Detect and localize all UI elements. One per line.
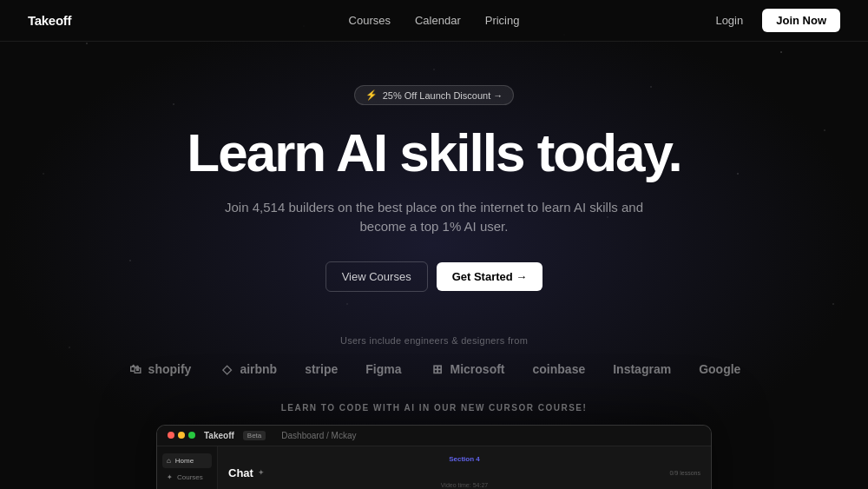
instagram-label: Instagram [613, 362, 671, 376]
logos-row: 🛍 shopify ◇ airbnb stripe Figma ⊞ Micros… [0, 361, 868, 377]
lesson-count: 0/9 lessons [670, 470, 700, 476]
minimize-button-traffic [178, 432, 185, 439]
airbnb-icon: ◇ [219, 361, 234, 377]
join-now-button[interactable]: Join Now [762, 9, 840, 32]
nav-actions: Login Join Now [707, 9, 840, 32]
coinbase-label: coinbase [533, 362, 586, 376]
logo-microsoft: ⊞ Microsoft [430, 361, 505, 377]
logos-label: Users include engineers & designers from [0, 335, 868, 346]
discount-badge[interactable]: ⚡ 25% Off Launch Discount → [354, 85, 515, 105]
hero-ctas: View Courses Get Started → [326, 261, 543, 292]
db-chat-title: Chat ✦ 0/9 lessons [228, 466, 700, 479]
nav-links: Courses Calendar Pricing [349, 14, 520, 27]
dashboard-preview: Takeoff Beta Dashboard / Mckay ⌂ Home ✦ … [156, 425, 712, 489]
get-started-button[interactable]: Get Started → [437, 262, 543, 291]
courses-label: Courses [177, 473, 203, 481]
hero-title: Learn AI skills today. [187, 124, 681, 182]
db-video-meta: Video time: 54:27 [228, 482, 700, 488]
airbnb-label: airbnb [240, 362, 277, 376]
sidebar-item-courses[interactable]: ✦ Courses [162, 470, 212, 485]
logo-airbnb: ◇ airbnb [219, 361, 277, 377]
dashboard-body: ⌂ Home ✦ Courses Section 4 Chat ✦ 0/9 le… [157, 446, 711, 489]
nav-logo: Takeoff [28, 13, 71, 28]
stripe-label: stripe [305, 362, 338, 376]
shopify-icon: 🛍 [128, 361, 143, 377]
traffic-lights [168, 432, 195, 439]
home-label: Home [175, 457, 194, 465]
maximize-button-traffic [188, 432, 195, 439]
db-beta-badge: Beta [243, 431, 266, 440]
logo-google: Google [699, 362, 740, 376]
hero-section: ⚡ 25% Off Launch Discount → Learn AI ski… [0, 42, 868, 344]
db-breadcrumb: Dashboard / Mckay [281, 431, 356, 440]
db-main-content: Section 4 Chat ✦ 0/9 lessons Video time:… [218, 446, 711, 489]
close-button-traffic [168, 432, 174, 439]
logo-figma: Figma [365, 362, 401, 376]
lightning-icon: ⚡ [365, 89, 378, 101]
chat-title-text: Chat [228, 466, 253, 479]
hero-subtitle: Join 4,514 builders on the best place on… [217, 198, 651, 237]
cursor-course-label: LEARN TO CODE WITH AI IN OUR NEW CURSOR … [0, 403, 868, 413]
db-section-label: Section 4 [228, 455, 700, 463]
logo-stripe: stripe [305, 362, 338, 376]
shopify-label: shopify [148, 362, 192, 376]
courses-icon: ✦ [167, 473, 173, 481]
sidebar-item-home[interactable]: ⌂ Home [162, 453, 212, 468]
db-sidebar: ⌂ Home ✦ Courses [157, 446, 218, 489]
nav-link-courses[interactable]: Courses [349, 14, 391, 27]
logos-section: Users include engineers & designers from… [0, 335, 868, 377]
nav-link-calendar[interactable]: Calendar [415, 14, 461, 27]
login-button[interactable]: Login [707, 9, 752, 32]
bottom-section: LEARN TO CODE WITH AI IN OUR NEW CURSOR … [0, 403, 868, 489]
view-courses-button[interactable]: View Courses [326, 261, 428, 292]
logo-instagram: Instagram [613, 362, 671, 376]
logo-shopify: 🛍 shopify [128, 361, 192, 377]
db-logo: Takeoff [204, 431, 234, 440]
nav-link-pricing[interactable]: Pricing [485, 14, 520, 27]
microsoft-icon: ⊞ [430, 361, 445, 377]
home-icon: ⌂ [167, 457, 171, 465]
logo-coinbase: coinbase [533, 362, 586, 376]
navbar: Takeoff Courses Calendar Pricing Login J… [0, 0, 868, 42]
microsoft-label: Microsoft [450, 362, 505, 376]
chat-icon: ✦ [258, 468, 265, 477]
dashboard-topbar: Takeoff Beta Dashboard / Mckay [157, 426, 711, 446]
google-label: Google [699, 362, 740, 376]
figma-label: Figma [365, 362, 401, 376]
badge-text: 25% Off Launch Discount → [383, 90, 503, 101]
